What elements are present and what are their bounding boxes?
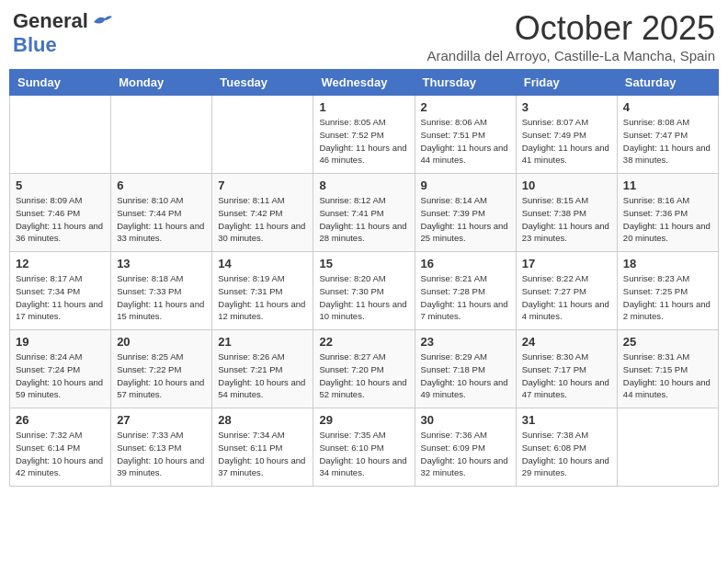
day-info: Sunrise: 7:36 AMSunset: 6:09 PMDaylight:…: [421, 429, 510, 479]
calendar-day-cell: [617, 408, 718, 487]
calendar-day-cell: 14Sunrise: 8:19 AMSunset: 7:31 PMDayligh…: [212, 252, 313, 330]
calendar-day-cell: [111, 96, 212, 174]
day-number: 17: [522, 257, 611, 270]
day-number: 5: [16, 178, 105, 192]
day-info: Sunrise: 8:05 AMSunset: 7:52 PMDaylight:…: [319, 116, 408, 167]
calendar-week-row: 12Sunrise: 8:17 AMSunset: 7:34 PMDayligh…: [10, 252, 719, 330]
calendar-day-cell: 24Sunrise: 8:30 AMSunset: 7:17 PMDayligh…: [516, 330, 617, 408]
weekday-header-thursday: Thursday: [415, 70, 516, 96]
weekday-header-sunday: Sunday: [10, 70, 111, 96]
calendar-day-cell: 6Sunrise: 8:10 AMSunset: 7:44 PMDaylight…: [111, 174, 212, 252]
logo-text: General: [13, 9, 88, 33]
month-title: October 2025: [427, 9, 716, 48]
day-number: 13: [117, 257, 206, 270]
day-info: Sunrise: 8:31 AMSunset: 7:15 PMDaylight:…: [623, 350, 712, 401]
calendar-day-cell: 5Sunrise: 8:09 AMSunset: 7:46 PMDaylight…: [10, 174, 111, 252]
calendar-day-cell: 11Sunrise: 8:16 AMSunset: 7:36 PMDayligh…: [617, 174, 718, 252]
day-number: 8: [319, 178, 408, 192]
calendar-day-cell: 21Sunrise: 8:26 AMSunset: 7:21 PMDayligh…: [212, 330, 313, 408]
weekday-header-wednesday: Wednesday: [313, 70, 415, 96]
day-info: Sunrise: 8:06 AMSunset: 7:51 PMDaylight:…: [421, 116, 510, 167]
day-number: 3: [522, 100, 611, 114]
day-number: 20: [117, 335, 206, 349]
day-info: Sunrise: 8:18 AMSunset: 7:33 PMDaylight:…: [117, 272, 206, 323]
day-number: 11: [623, 178, 712, 192]
calendar-day-cell: 16Sunrise: 8:21 AMSunset: 7:28 PMDayligh…: [415, 252, 516, 330]
calendar-day-cell: 9Sunrise: 8:14 AMSunset: 7:39 PMDaylight…: [415, 174, 516, 252]
day-info: Sunrise: 7:34 AMSunset: 6:11 PMDaylight:…: [218, 429, 307, 479]
calendar-day-cell: 13Sunrise: 8:18 AMSunset: 7:33 PMDayligh…: [111, 252, 212, 330]
day-number: 25: [623, 335, 712, 349]
calendar-day-cell: 26Sunrise: 7:32 AMSunset: 6:14 PMDayligh…: [10, 408, 111, 487]
calendar-day-cell: 28Sunrise: 7:34 AMSunset: 6:11 PMDayligh…: [212, 408, 313, 487]
day-number: 27: [117, 413, 206, 427]
calendar-week-row: 26Sunrise: 7:32 AMSunset: 6:14 PMDayligh…: [10, 408, 719, 487]
calendar-week-row: 19Sunrise: 8:24 AMSunset: 7:24 PMDayligh…: [10, 330, 719, 408]
day-number: 2: [421, 100, 510, 114]
day-info: Sunrise: 8:25 AMSunset: 7:22 PMDaylight:…: [117, 350, 206, 401]
calendar-day-cell: 12Sunrise: 8:17 AMSunset: 7:34 PMDayligh…: [10, 252, 111, 330]
calendar-day-cell: 4Sunrise: 8:08 AMSunset: 7:47 PMDaylight…: [617, 96, 718, 174]
calendar-day-cell: 20Sunrise: 8:25 AMSunset: 7:22 PMDayligh…: [111, 330, 212, 408]
day-info: Sunrise: 8:07 AMSunset: 7:49 PMDaylight:…: [522, 116, 611, 167]
day-info: Sunrise: 8:09 AMSunset: 7:46 PMDaylight:…: [16, 194, 105, 245]
calendar-day-cell: 23Sunrise: 8:29 AMSunset: 7:18 PMDayligh…: [415, 330, 516, 408]
calendar-day-cell: [212, 96, 313, 174]
weekday-header-friday: Friday: [516, 70, 617, 96]
day-info: Sunrise: 8:20 AMSunset: 7:30 PMDaylight:…: [319, 272, 408, 323]
day-number: 26: [16, 413, 105, 427]
page-header: General Blue October 2025 Arandilla del …: [9, 9, 719, 63]
day-info: Sunrise: 8:21 AMSunset: 7:28 PMDaylight:…: [421, 272, 510, 323]
day-info: Sunrise: 8:12 AMSunset: 7:41 PMDaylight:…: [319, 194, 408, 245]
day-info: Sunrise: 8:29 AMSunset: 7:18 PMDaylight:…: [421, 350, 510, 401]
day-number: 30: [421, 413, 510, 427]
calendar-day-cell: 15Sunrise: 8:20 AMSunset: 7:30 PMDayligh…: [313, 252, 415, 330]
day-number: 31: [522, 413, 611, 427]
calendar-day-cell: 22Sunrise: 8:27 AMSunset: 7:20 PMDayligh…: [313, 330, 415, 408]
day-info: Sunrise: 8:10 AMSunset: 7:44 PMDaylight:…: [117, 194, 206, 245]
day-number: 18: [623, 257, 712, 270]
day-info: Sunrise: 8:17 AMSunset: 7:34 PMDaylight:…: [16, 272, 105, 323]
calendar-table: SundayMondayTuesdayWednesdayThursdayFrid…: [9, 69, 719, 487]
day-number: 9: [421, 178, 510, 192]
weekday-header-saturday: Saturday: [617, 70, 718, 96]
calendar-day-cell: 29Sunrise: 7:35 AMSunset: 6:10 PMDayligh…: [313, 408, 415, 487]
calendar-day-cell: 3Sunrise: 8:07 AMSunset: 7:49 PMDaylight…: [516, 96, 617, 174]
location-subtitle: Arandilla del Arroyo, Castille-La Mancha…: [427, 48, 716, 63]
title-block: October 2025 Arandilla del Arroyo, Casti…: [427, 9, 716, 63]
day-info: Sunrise: 8:15 AMSunset: 7:38 PMDaylight:…: [522, 194, 611, 245]
day-info: Sunrise: 8:22 AMSunset: 7:27 PMDaylight:…: [522, 272, 611, 323]
day-info: Sunrise: 8:14 AMSunset: 7:39 PMDaylight:…: [421, 194, 510, 245]
calendar-day-cell: 18Sunrise: 8:23 AMSunset: 7:25 PMDayligh…: [617, 252, 718, 330]
day-number: 21: [218, 335, 307, 349]
calendar-week-row: 5Sunrise: 8:09 AMSunset: 7:46 PMDaylight…: [10, 174, 719, 252]
day-info: Sunrise: 7:33 AMSunset: 6:13 PMDaylight:…: [117, 429, 206, 479]
weekday-header-row: SundayMondayTuesdayWednesdayThursdayFrid…: [10, 70, 719, 96]
day-info: Sunrise: 8:11 AMSunset: 7:42 PMDaylight:…: [218, 194, 307, 245]
day-number: 7: [218, 178, 307, 192]
calendar-day-cell: 2Sunrise: 8:06 AMSunset: 7:51 PMDaylight…: [415, 96, 516, 174]
day-number: 6: [117, 178, 206, 192]
calendar-day-cell: [10, 96, 111, 174]
day-info: Sunrise: 8:08 AMSunset: 7:47 PMDaylight:…: [623, 116, 712, 167]
day-number: 23: [421, 335, 510, 349]
day-info: Sunrise: 7:32 AMSunset: 6:14 PMDaylight:…: [16, 429, 105, 479]
day-number: 4: [623, 100, 712, 114]
logo: General Blue: [13, 9, 112, 57]
calendar-day-cell: 31Sunrise: 7:38 AMSunset: 6:08 PMDayligh…: [516, 408, 617, 487]
day-number: 15: [319, 257, 408, 270]
calendar-day-cell: 30Sunrise: 7:36 AMSunset: 6:09 PMDayligh…: [415, 408, 516, 487]
day-number: 16: [421, 257, 510, 270]
day-number: 24: [522, 335, 611, 349]
logo-bird-icon: [92, 13, 112, 29]
weekday-header-tuesday: Tuesday: [212, 70, 313, 96]
day-info: Sunrise: 8:26 AMSunset: 7:21 PMDaylight:…: [218, 350, 307, 401]
calendar-day-cell: 25Sunrise: 8:31 AMSunset: 7:15 PMDayligh…: [617, 330, 718, 408]
day-number: 19: [16, 335, 105, 349]
day-number: 22: [319, 335, 408, 349]
day-info: Sunrise: 8:30 AMSunset: 7:17 PMDaylight:…: [522, 350, 611, 401]
day-number: 1: [319, 100, 408, 114]
day-info: Sunrise: 8:19 AMSunset: 7:31 PMDaylight:…: [218, 272, 307, 323]
calendar-day-cell: 7Sunrise: 8:11 AMSunset: 7:42 PMDaylight…: [212, 174, 313, 252]
day-info: Sunrise: 7:35 AMSunset: 6:10 PMDaylight:…: [319, 429, 408, 479]
